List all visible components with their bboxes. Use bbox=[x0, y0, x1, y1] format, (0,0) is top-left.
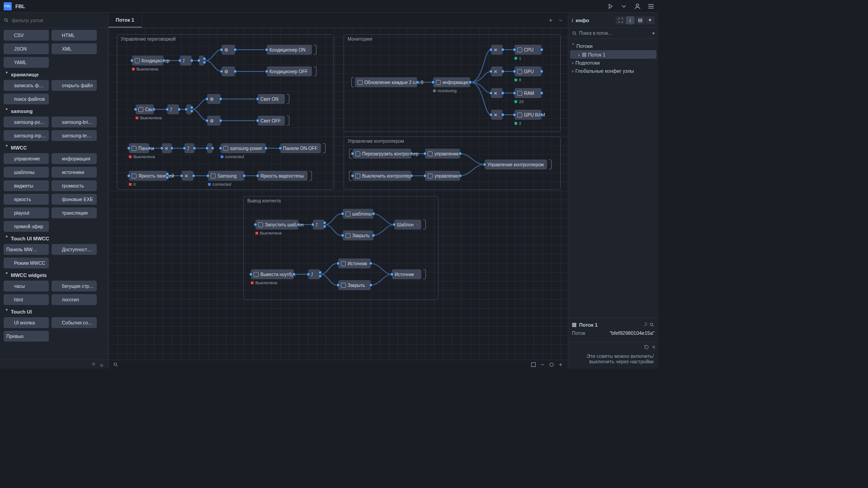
node-source-out[interactable]: Источник bbox=[392, 269, 421, 279]
zoom-in-icon[interactable] bbox=[558, 362, 563, 367]
node-switch[interactable]: ⤴ bbox=[167, 104, 179, 114]
node-fn[interactable]: ⚙ bbox=[222, 66, 235, 76]
node-split[interactable]: ⤴ bbox=[313, 220, 325, 230]
palette-item[interactable]: Панель MW… bbox=[4, 244, 49, 255]
collapse-up-icon[interactable] bbox=[91, 362, 96, 367]
palette-item[interactable]: бегущая стр… bbox=[52, 281, 97, 291]
palette-item[interactable]: поиск файлов bbox=[4, 94, 49, 104]
node-ac-off[interactable]: Кондиционер OFF bbox=[267, 66, 312, 76]
expand-icon[interactable]: ⛶ bbox=[616, 16, 625, 24]
palette-item[interactable]: управление bbox=[4, 153, 49, 164]
node-samsung-power[interactable]: samsung-power bbox=[221, 143, 266, 153]
palette-item[interactable]: События сок… bbox=[52, 317, 97, 328]
node-ac-on[interactable]: Кондиционер ON bbox=[267, 45, 312, 55]
node-light-off[interactable]: Свет OFF bbox=[258, 116, 285, 126]
palette-group[interactable]: ˅Touch UI bbox=[4, 305, 104, 317]
node-out-notebook[interactable]: Вывести ноутбук bbox=[251, 269, 294, 279]
user-icon[interactable] bbox=[634, 3, 641, 10]
node-brightness[interactable]: Яркость панелей bbox=[129, 171, 167, 181]
node-fn[interactable]: ✕ bbox=[491, 66, 503, 76]
node-fn[interactable]: ⚙ bbox=[207, 94, 221, 104]
palette-group[interactable]: ˅хранилище bbox=[4, 68, 104, 80]
node-fn[interactable]: ⚙ bbox=[207, 116, 221, 126]
zoom-reset-icon[interactable] bbox=[549, 362, 554, 367]
zoom-out-icon[interactable] bbox=[540, 362, 545, 367]
node-split[interactable] bbox=[207, 143, 212, 153]
palette-item[interactable]: информация bbox=[52, 153, 97, 164]
info-tab-icon[interactable]: i bbox=[626, 16, 635, 24]
palette-item[interactable]: шаблоны bbox=[4, 167, 49, 178]
node-ram[interactable]: RAM bbox=[514, 88, 542, 98]
tab-flow1[interactable]: Поток 1 bbox=[108, 13, 142, 28]
caret-icon[interactable]: ▾ bbox=[652, 31, 655, 36]
more-icon[interactable]: ▾ bbox=[646, 16, 655, 24]
flow-canvas[interactable]: Управление переговоркой Кондиционер Выкл… bbox=[108, 28, 568, 360]
palette-item[interactable]: UI кнопка bbox=[4, 317, 49, 328]
node-cpu[interactable]: CPU bbox=[514, 45, 542, 55]
node-templates[interactable]: шаблоны bbox=[343, 209, 373, 219]
info-search[interactable]: Поиск в поток… ▾ bbox=[568, 28, 658, 39]
node-samsung[interactable]: Samsung bbox=[208, 171, 244, 181]
palette-item[interactable]: Режим MWCC bbox=[4, 258, 49, 268]
node-shutdown[interactable]: Выключить контроллер bbox=[353, 171, 411, 181]
palette-item[interactable]: источники bbox=[52, 167, 97, 178]
search-icon[interactable] bbox=[649, 322, 655, 328]
node-manage[interactable]: управление bbox=[425, 149, 460, 159]
palette-group[interactable]: ˅MWCC bbox=[4, 141, 104, 153]
refresh-icon[interactable] bbox=[644, 344, 649, 350]
node-light[interactable]: Свет bbox=[136, 104, 154, 114]
palette-item[interactable]: XML bbox=[52, 43, 97, 54]
node-panels-onoff[interactable]: Панели ON-OFF bbox=[280, 143, 321, 153]
palette-item[interactable]: Доступность… bbox=[52, 244, 97, 255]
palette-item[interactable]: виджеты bbox=[4, 180, 49, 191]
palette-search-input[interactable] bbox=[12, 18, 104, 23]
link-icon[interactable] bbox=[642, 322, 647, 328]
palette-item[interactable]: HTML bbox=[52, 30, 97, 41]
map-icon[interactable] bbox=[531, 362, 536, 367]
palette-item[interactable]: громкость bbox=[52, 180, 97, 191]
palette-search[interactable] bbox=[0, 13, 108, 28]
tree-globals[interactable]: ›Глобальные конфиг узлы bbox=[570, 67, 656, 75]
node-fn[interactable]: ✕ bbox=[182, 171, 193, 181]
palette-item[interactable]: playout bbox=[4, 207, 49, 218]
palette-item[interactable]: samsung-te… bbox=[52, 130, 97, 141]
palette-item[interactable]: Превью bbox=[4, 331, 49, 342]
deploy-caret-icon[interactable] bbox=[620, 3, 627, 10]
node-fn[interactable]: ✕ bbox=[491, 110, 503, 120]
palette-item[interactable]: часы bbox=[4, 281, 49, 291]
palette-item[interactable]: CSV bbox=[4, 30, 49, 41]
palette-item[interactable]: samsung-po… bbox=[4, 117, 49, 127]
deploy-icon[interactable] bbox=[607, 3, 614, 10]
node-gpu[interactable]: GPU bbox=[514, 66, 542, 76]
node-split[interactable] bbox=[199, 56, 204, 66]
node-panels[interactable]: Панели bbox=[129, 143, 149, 153]
add-tab-icon[interactable] bbox=[548, 18, 553, 23]
palette-item[interactable]: YAML bbox=[4, 57, 49, 68]
node-fn[interactable]: ✕ bbox=[491, 88, 503, 98]
tab-menu-icon[interactable] bbox=[558, 18, 563, 23]
node-fn[interactable]: ⚙ bbox=[222, 45, 235, 55]
node-reboot[interactable]: Перезагрузить контроллер bbox=[353, 149, 411, 159]
palette-item[interactable]: samsung-inp… bbox=[4, 130, 49, 141]
collapse-down-icon[interactable] bbox=[99, 362, 104, 367]
node-gpuram[interactable]: GPU RAM bbox=[514, 110, 542, 120]
node-split[interactable]: ⤴ bbox=[308, 269, 320, 279]
node-switch[interactable]: ⤴ bbox=[180, 56, 192, 66]
palette-item[interactable]: открыть файл bbox=[52, 80, 97, 91]
node-manage[interactable]: управление bbox=[425, 171, 460, 181]
node-switch[interactable]: ⤴ bbox=[184, 143, 194, 153]
node-close[interactable]: Закрыть bbox=[343, 230, 373, 240]
palette-item[interactable]: JSON bbox=[4, 43, 49, 54]
node-template[interactable]: Шаблон bbox=[394, 220, 421, 230]
tree-subflows[interactable]: ›Подпотоки bbox=[570, 59, 656, 67]
palette-item[interactable]: записать файл bbox=[4, 80, 49, 91]
node-light-on[interactable]: Свет ON bbox=[258, 94, 285, 104]
palette-item[interactable]: логотип bbox=[52, 294, 97, 305]
palette-item[interactable]: прямой эфир bbox=[4, 221, 49, 232]
palette-item[interactable]: фоновые EXE bbox=[52, 194, 97, 205]
node-info[interactable]: информация bbox=[433, 77, 470, 87]
node-fn[interactable]: ✕ bbox=[491, 45, 503, 55]
close-icon[interactable] bbox=[651, 344, 656, 350]
palette-item[interactable]: яркость bbox=[4, 194, 49, 205]
palette-body[interactable]: CSV HTML JSON XML YAML ˅хранилище записа… bbox=[0, 28, 108, 360]
